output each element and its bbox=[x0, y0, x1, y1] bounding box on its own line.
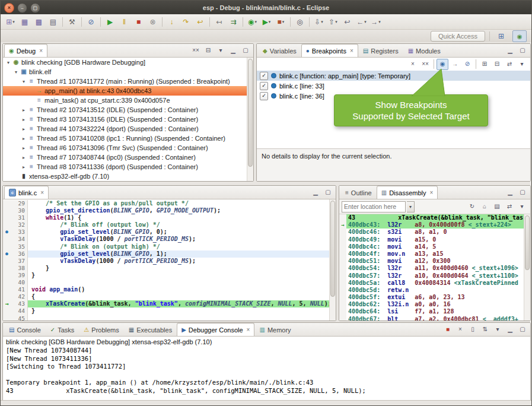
twistie-icon[interactable]: ▾ bbox=[12, 69, 20, 75]
tab-variables[interactable]: ◆Variables bbox=[258, 44, 301, 57]
debug-perspective-button[interactable] bbox=[512, 30, 527, 42]
toolbar-step-over-button[interactable]: ↷ bbox=[179, 15, 193, 28]
scrollbar-thumb[interactable] bbox=[248, 59, 253, 167]
maximize-button[interactable]: ▢ bbox=[240, 45, 251, 56]
minimize-button[interactable]: ▁ bbox=[227, 45, 239, 56]
instruction-pointer-icon[interactable]: → bbox=[3, 300, 11, 307]
disassembly-line[interactable]: 400dbc46: s32ia8, a1, 0 bbox=[339, 229, 524, 236]
disassembly-line[interactable]: 400dbc49: movia15, 0 bbox=[339, 236, 524, 243]
editor-scrollbar[interactable] bbox=[329, 199, 336, 321]
expand-all-button[interactable]: ⊞ bbox=[479, 59, 490, 70]
disassembly-line[interactable]: 400dbc64: lsif7, a1, 128 bbox=[339, 308, 524, 315]
code-line[interactable]: 31 while(1) { bbox=[3, 214, 330, 221]
show-source-button[interactable]: ▤ bbox=[491, 201, 503, 212]
toolbar-external-tools-button[interactable]: ■▾ bbox=[274, 15, 288, 28]
toolbar-forward-button[interactable]: →▾ bbox=[369, 15, 383, 28]
window-maximize-button[interactable]: ▢ bbox=[30, 3, 40, 13]
code-line[interactable]: 42{ bbox=[3, 293, 330, 300]
twistie-icon[interactable]: ▸ bbox=[20, 155, 27, 160]
toolbar-build-button[interactable]: ⚒ bbox=[65, 15, 79, 28]
show-breakpoints-supported-by-selected-target-button[interactable]: ◉ bbox=[437, 59, 448, 70]
code-line[interactable]: 39} bbox=[3, 272, 330, 279]
maximize-button[interactable]: ▢ bbox=[517, 187, 528, 198]
disassembly-line[interactable]: 400dbc51: movia12, 0x300 bbox=[339, 258, 524, 265]
close-tab-icon[interactable]: × bbox=[430, 189, 434, 196]
tab-tasks[interactable]: ✓Tasks bbox=[46, 323, 79, 336]
disassembly-line[interactable]: 400dbc5a: call80x40084314 <xTaskCreatePi… bbox=[339, 280, 524, 287]
maximize-button[interactable]: ▢ bbox=[322, 187, 334, 198]
minimize-button[interactable]: ▁ bbox=[504, 45, 516, 56]
scrollbar-thumb[interactable] bbox=[330, 201, 335, 297]
code-line[interactable]: 34 vTaskDelay(1000 / portTICK_PERIOD_MS)… bbox=[3, 236, 330, 243]
location-input[interactable] bbox=[342, 201, 406, 212]
debug-tree-item[interactable]: ▸≡Thread #3 1073413156 (IDLE) (Suspended… bbox=[3, 115, 247, 124]
debug-tree-item[interactable]: ▸≡Thread #2 1073413512 (IDLE) (Suspended… bbox=[3, 105, 247, 115]
debug-tree-item[interactable]: ▸≡Thread #8 1073411336 (dport) (Suspende… bbox=[3, 162, 247, 172]
window-close-button[interactable]: × bbox=[4, 3, 14, 13]
disassembly-line[interactable]: 400dbc5f: extuia6, a0, 23, 13 bbox=[339, 294, 524, 301]
tab-memory[interactable]: ▥Memory bbox=[254, 323, 295, 336]
disassembly-scrollbar[interactable] bbox=[524, 214, 530, 321]
toolbar-resume-button[interactable]: ▶ bbox=[103, 15, 117, 28]
toolbar-terminate-button[interactable]: ■ bbox=[132, 15, 145, 28]
disassembly-line[interactable]: 400dbc54: l32ra11, 0x400d0460 <_stext+10… bbox=[339, 265, 524, 272]
code-line[interactable]: 44} bbox=[3, 307, 330, 315]
code-line[interactable]: ●33 gpio_set_level(BLINK_GPIO, 0); bbox=[3, 229, 330, 236]
remove-all-breakpoints-button[interactable]: ×× bbox=[419, 59, 431, 70]
breakpoint-checkbox[interactable]: ✓ bbox=[260, 72, 268, 80]
tab-outline[interactable]: ≡Outline bbox=[340, 186, 377, 199]
scroll-lock-button[interactable]: ⇅ bbox=[479, 324, 491, 335]
toolbar-previous-annotation-button[interactable]: ⇧▾ bbox=[326, 15, 340, 28]
toolbar-debug-button[interactable]: ◉▾ bbox=[246, 15, 259, 28]
scrollbar-thumb[interactable] bbox=[525, 215, 530, 270]
disassembly-line[interactable]: 400dbc62: l32i.na0, a0, 16 bbox=[339, 301, 524, 308]
refresh-button[interactable]: ↻ bbox=[466, 201, 478, 212]
toolbar-save-button[interactable]: ▦ bbox=[18, 15, 31, 28]
close-tab-icon[interactable]: × bbox=[247, 326, 250, 333]
toolbar-step-into-button[interactable]: ↓ bbox=[165, 15, 179, 28]
sync-with-active-debug-context-button[interactable]: ⇄ bbox=[504, 201, 515, 212]
toolbar-print-button[interactable]: ▤ bbox=[46, 15, 60, 28]
twistie-icon[interactable]: ▸ bbox=[20, 136, 27, 141]
tab-executables[interactable]: ▦Executables bbox=[124, 323, 177, 336]
close-tab-icon[interactable]: × bbox=[350, 47, 353, 54]
tab-blink-c[interactable]: blink.c × bbox=[4, 186, 49, 199]
disassembly-line[interactable]: 400dbc4f: mov.na13, a15 bbox=[339, 250, 524, 258]
minimize-button[interactable]: ▁ bbox=[310, 187, 321, 198]
disassembly-line[interactable]: 400dbc57: l32ra10, 0x400d0464 <_stext+11… bbox=[339, 272, 524, 280]
code-line[interactable]: 30 gpio_set_direction(BLINK_GPIO, GPIO_M… bbox=[3, 207, 330, 214]
tab-modules[interactable]: ▦Modules bbox=[403, 44, 445, 57]
tab-disassembly[interactable]: ▥Disassembly× bbox=[377, 186, 438, 199]
toolbar-disconnect-button[interactable]: ⊗ bbox=[146, 15, 160, 28]
code-line[interactable]: 45 bbox=[3, 315, 330, 321]
code-line[interactable]: →43 xTaskCreate(&blink_task, "blink_task… bbox=[3, 300, 330, 307]
code-line[interactable]: 32 /* Blink off (output low) */ bbox=[3, 221, 330, 229]
twistie-icon[interactable]: ▸ bbox=[20, 107, 27, 113]
editor-code[interactable]: 29 /* Set the GPIO as a push/pull output… bbox=[3, 200, 330, 321]
toolbar-search-button[interactable]: ◎ bbox=[293, 15, 307, 28]
tab-debugger-console[interactable]: ▶Debugger Console× bbox=[177, 323, 254, 336]
link-with-debug-view-button[interactable]: ⇄ bbox=[504, 59, 515, 70]
debug-tree-item[interactable]: →app_main() at blink.c:43 0x400dbc43 bbox=[3, 86, 247, 96]
remove-selected-breakpoints-button[interactable]: × bbox=[407, 59, 419, 70]
toolbar-save-all-button[interactable]: ▩ bbox=[32, 15, 46, 28]
disassembly-line[interactable]: →400dbc43: l32ra8, 0x400d00f8 <_stext+22… bbox=[339, 221, 524, 229]
location-dropdown-icon[interactable]: ▾ bbox=[407, 201, 415, 212]
toolbar-last-edit-location-button[interactable]: ↩ bbox=[340, 15, 354, 28]
toolbar-next-annotation-button[interactable]: ⇩▾ bbox=[312, 15, 326, 28]
toolbar-new-button[interactable]: ⊞▾ bbox=[4, 15, 17, 28]
collapse-all-button[interactable]: ⊟ bbox=[491, 59, 503, 70]
window-minimize-button[interactable]: – bbox=[17, 3, 27, 13]
remove-launch-button[interactable]: × bbox=[454, 324, 466, 335]
open-perspective-button[interactable]: ⊞ bbox=[494, 30, 508, 42]
close-tab-icon[interactable]: × bbox=[39, 47, 43, 54]
pc-arrow-icon[interactable]: → bbox=[339, 221, 346, 229]
console-output[interactable]: [New Thread 1073408744][New Thread 10734… bbox=[3, 346, 530, 395]
minimize-button[interactable]: ▁ bbox=[504, 187, 516, 198]
collapse-all-button[interactable]: ⊟ bbox=[202, 45, 214, 56]
twistie-icon[interactable]: ▸ bbox=[20, 164, 27, 170]
debug-tree-item[interactable]: ▾≡Thread #1 1073411772 (main : Running) … bbox=[3, 77, 247, 86]
twistie-icon[interactable]: ▾ bbox=[20, 79, 27, 84]
tab-registers[interactable]: ▤Registers bbox=[358, 44, 403, 57]
breakpoint-item[interactable]: ✓blink.c [function: app_main] [type: Tem… bbox=[257, 71, 530, 81]
